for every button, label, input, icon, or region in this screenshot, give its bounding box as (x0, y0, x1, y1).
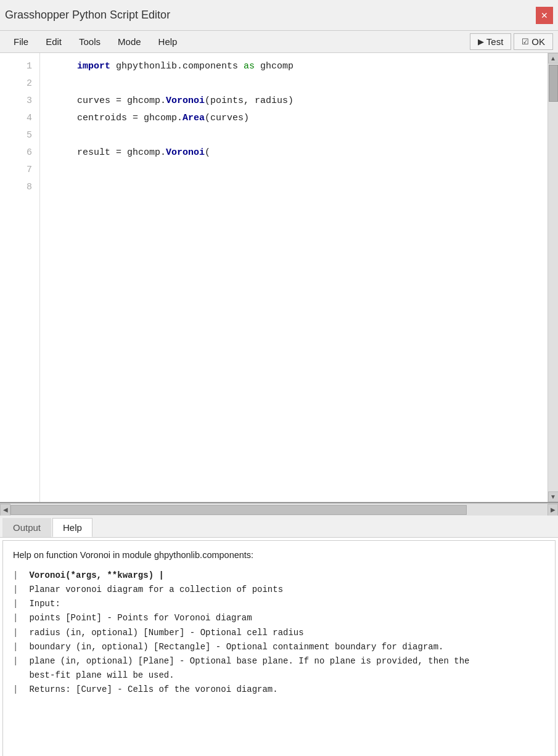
help-content: Help on function Voronoi in module ghpyt… (2, 540, 556, 756)
menu-bar: File Edit Tools Mode Help ▶ Test ☑ OK (0, 31, 558, 53)
line-num-8: 8 (0, 179, 39, 196)
code-result-prefix: result = ghcomp. (77, 145, 166, 161)
line-num-7: 7 (0, 162, 39, 179)
close-button[interactable]: ✕ (536, 7, 553, 24)
test-button[interactable]: ▶ Test (470, 33, 512, 50)
help-line-6: | boundary (in, optional) [Rectangle] - … (13, 640, 545, 654)
code-line-5 (47, 127, 540, 144)
keyword-as: as (244, 59, 255, 75)
line-num-5: 5 (0, 127, 39, 144)
code-result-suffix: ( (205, 145, 210, 161)
help-line-4: | points [Point] - Points for Voronoi di… (13, 611, 545, 625)
code-area-args: (curves) (205, 110, 249, 126)
check-icon: ☑ (522, 37, 529, 46)
code-voronoi-args: (points, radius) (205, 93, 293, 109)
scroll-track-horizontal[interactable] (10, 504, 548, 516)
help-line-9: | Returns: [Curve] - Cells of the vorono… (13, 683, 545, 697)
scroll-left-arrow[interactable]: ◀ (0, 504, 10, 516)
menu-edit[interactable]: Edit (37, 33, 70, 51)
line-num-3: 3 (0, 92, 39, 110)
scroll-right-arrow[interactable]: ▶ (548, 504, 558, 516)
vertical-scrollbar[interactable]: ▲ ▼ (548, 53, 558, 502)
help-line-2: | Planar voronoi diagram for a collectio… (13, 583, 545, 597)
menu-help[interactable]: Help (150, 33, 186, 51)
code-module: ghpythonlib.components (110, 59, 244, 75)
code-line-4: centroids = ghcomp. Area (curves) (47, 110, 540, 127)
help-body: | Voronoi(*args, **kwargs) | | Planar vo… (13, 569, 545, 697)
code-content[interactable]: import ghpythonlib.components as ghcomp … (40, 53, 548, 502)
ok-button[interactable]: ☑ OK (514, 33, 553, 50)
code-voronoi-2: Voronoi (166, 145, 205, 161)
scroll-thumb-vertical[interactable] (549, 65, 558, 102)
bottom-panel: Output Help Help on function Voronoi in … (0, 516, 558, 756)
panel-tabs: Output Help (0, 516, 558, 538)
line-numbers: 1 2 3 4 5 6 7 8 (0, 53, 40, 502)
help-line-3: | Input: (13, 597, 545, 611)
code-line-8 (47, 179, 540, 196)
menu-tools[interactable]: Tools (70, 33, 109, 51)
code-line-7 (47, 162, 540, 179)
tab-help[interactable]: Help (52, 518, 92, 537)
code-alias: ghcomp (255, 59, 293, 75)
title-bar: Grasshopper Python Script Editor ✕ (0, 0, 558, 31)
code-curves-prefix: curves = ghcomp. (77, 93, 166, 109)
menu-file[interactable]: File (5, 33, 37, 51)
scroll-thumb-horizontal[interactable] (10, 505, 467, 515)
help-line-1: | Voronoi(*args, **kwargs) | (13, 569, 545, 583)
line-num-6: 6 (0, 144, 39, 162)
code-centroids-prefix: centroids = ghcomp. (77, 110, 183, 126)
play-icon: ▶ (478, 37, 484, 46)
help-line-7: | plane (in, optional) [Plane] - Optiona… (13, 654, 545, 668)
scroll-down-arrow[interactable]: ▼ (548, 491, 559, 502)
app-title: Grasshopper Python Script Editor (5, 9, 170, 22)
code-area: Area (183, 110, 205, 126)
help-line-8: best-fit plane will be used. (13, 668, 545, 683)
scroll-up-arrow[interactable]: ▲ (548, 53, 559, 64)
code-line-1: import ghpythonlib.components as ghcomp (47, 58, 540, 75)
code-line-3: curves = ghcomp. Voronoi (points, radius… (47, 92, 540, 110)
horizontal-scrollbar[interactable]: ◀ ▶ (0, 503, 558, 516)
code-editor[interactable]: 1 2 3 4 5 6 7 8 import ghpythonlib.compo… (0, 53, 558, 503)
code-line-2 (47, 75, 540, 92)
line-num-2: 2 (0, 75, 39, 92)
help-title: Help on function Voronoi in module ghpyt… (13, 548, 545, 562)
tab-output[interactable]: Output (2, 518, 51, 537)
line-num-4: 4 (0, 110, 39, 127)
menu-mode[interactable]: Mode (109, 33, 150, 51)
code-line-6: result = ghcomp. Voronoi ( (47, 144, 540, 162)
help-line-5: | radius (in, optional) [Number] - Optio… (13, 626, 545, 640)
code-voronoi-1: Voronoi (166, 93, 205, 109)
keyword-import: import (77, 59, 110, 75)
line-num-1: 1 (0, 58, 39, 75)
